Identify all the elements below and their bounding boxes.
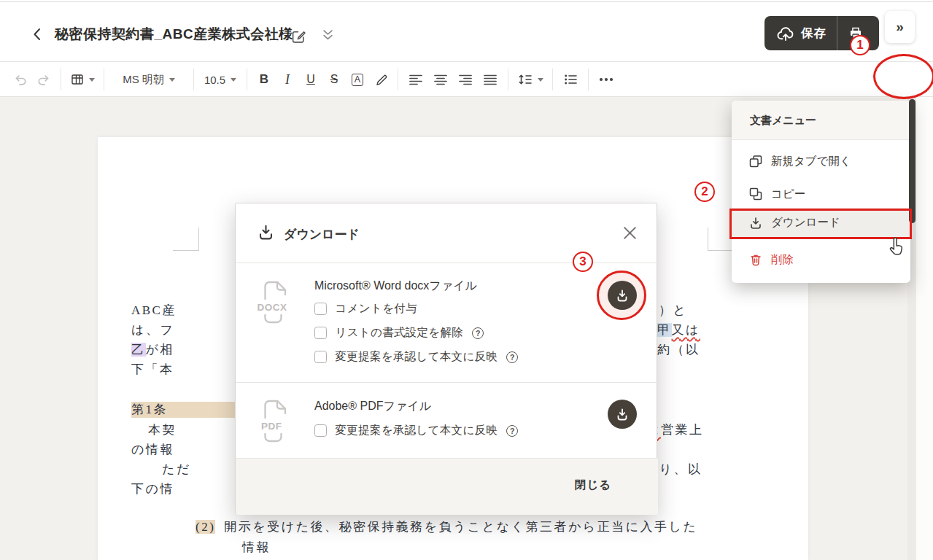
font-family-select[interactable]: MS 明朝 — [109, 67, 188, 92]
checkbox-accept-changes-pdf[interactable] — [314, 424, 327, 437]
docx-file-icon: DOCX — [257, 280, 292, 325]
trash-icon — [749, 253, 762, 266]
menu-item-label: 削除 — [771, 252, 794, 268]
doc-heading-fragment: 第1条 — [131, 402, 241, 418]
pdf-file-icon: PDF — [257, 399, 292, 444]
redo-button[interactable] — [32, 67, 55, 92]
menu-item-delete[interactable]: 削除 — [732, 244, 910, 276]
copy-icon — [749, 187, 762, 201]
character-border-glyph: A — [352, 74, 363, 86]
doc-text: 営業上 — [661, 423, 704, 437]
annotation-step-1: 1 — [850, 35, 870, 55]
annotation-number: 1 — [856, 38, 863, 52]
annotation-step-2: 2 — [694, 182, 715, 202]
download-pdf-button[interactable] — [608, 400, 637, 429]
help-icon[interactable]: ? — [506, 425, 518, 437]
table-menu-button[interactable] — [66, 67, 98, 92]
line-spacing-button[interactable] — [514, 67, 547, 92]
menu-item-label: 新規タブで開く — [771, 154, 851, 169]
option-row: 変更提案を承認して本文に反映 ? — [314, 349, 518, 365]
underline-glyph: U — [306, 73, 315, 86]
strikethrough-glyph: S — [330, 73, 338, 86]
doc-text-fragment: 甲又は — [657, 322, 700, 338]
chevron-down-icon — [538, 78, 543, 82]
align-center-icon — [434, 74, 447, 86]
bold-glyph: B — [260, 72, 268, 87]
justify-button[interactable] — [478, 67, 503, 92]
help-icon[interactable]: ? — [506, 351, 518, 363]
help-icon[interactable]: ? — [472, 327, 484, 339]
cloud-upload-icon — [777, 26, 794, 42]
italic-button[interactable]: I — [276, 67, 299, 92]
help-glyph: ? — [510, 353, 514, 362]
annotation-number: 3 — [579, 254, 586, 269]
list-button[interactable] — [558, 67, 583, 92]
more-formatting-button[interactable] — [594, 67, 619, 92]
redo-icon — [36, 72, 51, 87]
collapse-glyph: » — [896, 19, 904, 35]
scrollbar-thumb[interactable] — [909, 99, 915, 223]
save-button-label: 保存 — [801, 26, 826, 42]
close-icon — [623, 226, 637, 240]
doc-text-fragment: 本契 — [148, 422, 177, 438]
list-number-highlight: (2) — [195, 520, 215, 534]
dialog-divider — [236, 262, 658, 263]
font-size-select[interactable]: 10.5 — [199, 67, 241, 92]
toolbar-divider — [247, 69, 247, 90]
doc-text-fragment: ）と — [659, 303, 687, 319]
annotation-circle-menu-button — [873, 54, 933, 99]
chevron-down-icon — [89, 78, 95, 82]
doc-text: 開示を受けた後、秘密保持義務を負うことなく第三者から正当に入手した — [224, 520, 697, 534]
dialog-footer: 閉じる — [236, 458, 658, 515]
menu-item-copy[interactable]: コピー — [732, 178, 910, 210]
tracked-term-otsu: 乙 — [131, 343, 146, 357]
justify-icon — [484, 74, 497, 86]
menu-title: 文書メニュー — [750, 114, 816, 128]
margin-mark — [173, 250, 199, 251]
doc-list-item: (2)開示を受けた後、秘密保持義務を負うことなく第三者から正当に入手した — [195, 519, 697, 535]
dialog-close-button[interactable] — [618, 221, 641, 244]
option-label: 変更提案を承認して本文に反映 — [336, 349, 498, 365]
align-left-button[interactable] — [403, 67, 428, 92]
doc-text-fragment: 約（以 — [657, 342, 700, 358]
hand-cursor — [889, 236, 907, 258]
toolbar-divider — [104, 69, 104, 90]
character-border-button[interactable]: A — [346, 67, 369, 92]
option-label: 変更提案を承認して本文に反映 — [336, 423, 498, 438]
close-dialog-button[interactable]: 閉じる — [575, 478, 611, 493]
doc-text-fragment: 乙が相 — [131, 342, 174, 358]
annotation-box-download-item — [729, 209, 912, 239]
option-row: リストの書式設定を解除 ? — [314, 325, 484, 341]
document-menu-dropdown: 文書メニュー 新規タブで開く コピー ダウンロード 削除 — [732, 101, 910, 283]
editor-toolbar: MS 明朝 10.5 B I U S A — [0, 62, 933, 97]
highlight-pen-button[interactable] — [369, 67, 392, 92]
align-right-button[interactable] — [453, 67, 478, 92]
menu-header: 文書メニュー — [732, 101, 910, 140]
strikethrough-button[interactable]: S — [322, 67, 346, 92]
collapse-panel-button[interactable]: » — [885, 11, 915, 43]
back-button[interactable] — [28, 25, 47, 44]
chevron-left-icon — [31, 27, 43, 42]
menu-item-open-new-tab[interactable]: 新規タブで開く — [732, 145, 910, 177]
annotation-step-3: 3 — [573, 252, 593, 272]
toolbar-divider — [61, 69, 61, 90]
checkbox-clear-list-format[interactable] — [314, 327, 327, 339]
option-label: コメントを付与 — [336, 301, 417, 316]
align-center-button[interactable] — [428, 67, 453, 92]
underline-button[interactable]: U — [299, 67, 322, 92]
pen-icon — [374, 73, 388, 87]
window-gutter — [916, 97, 933, 560]
checkbox-add-comments[interactable] — [314, 303, 327, 315]
checkbox-accept-changes-word[interactable] — [314, 351, 327, 363]
chevron-down-icon — [231, 78, 236, 82]
undo-button[interactable] — [9, 67, 32, 92]
rename-button[interactable] — [289, 26, 308, 45]
bold-button[interactable]: B — [252, 67, 276, 92]
help-glyph: ? — [510, 427, 514, 435]
tracked-term-kou: 甲 — [657, 323, 672, 337]
font-family-value: MS 明朝 — [123, 73, 164, 87]
doc-text-fragment: ABC産 — [131, 303, 177, 319]
save-button[interactable]: 保存 — [764, 16, 837, 50]
chevron-down-icon — [169, 78, 175, 82]
title-expand-button[interactable] — [320, 27, 336, 43]
